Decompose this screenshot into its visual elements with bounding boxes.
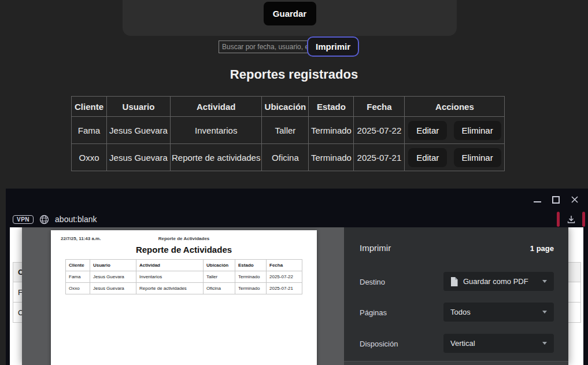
window-toolbar: VPN about:blank	[6, 211, 588, 227]
pages-label: Páginas	[360, 308, 387, 317]
cell-actividad: Reporte de actividades	[171, 144, 262, 171]
cell-usuario: Jesus Guevara	[107, 117, 171, 144]
col-header-acciones: Acciones	[405, 97, 505, 117]
print-settings-panel: Imprimir 1 page Destino Guardar como PDF…	[344, 227, 568, 365]
table-row: Oxxo Jesus Guevara Reporte de actividade…	[72, 144, 505, 171]
table-row: Oxxo Jesus Guevara Reporte de actividade…	[66, 283, 302, 294]
col-header-estado: Estado	[309, 97, 354, 117]
print-dialog: 22/7/25, 11:43 a.m. Reporte de Actividad…	[22, 227, 568, 365]
col-header-cliente: Cliente	[72, 97, 107, 117]
edit-button[interactable]: Editar	[408, 121, 447, 140]
cell-acciones: Editar Eliminar	[405, 117, 505, 144]
print-popup-window: VPN about:blank Cliente	[6, 189, 588, 365]
cell-fecha: 2025-07-21	[354, 144, 405, 171]
cell-ubicacion: Taller	[262, 117, 309, 144]
preview-doc-title: Reporte de Actividades	[51, 245, 317, 255]
pdf-document-icon	[450, 277, 458, 286]
download-icon[interactable]	[565, 213, 577, 225]
minimize-icon[interactable]	[534, 196, 541, 204]
table-row: Fama Jesus Guevara Inventarios Taller Te…	[72, 117, 505, 144]
red-indicator-bar	[582, 212, 585, 227]
chevron-down-icon	[542, 280, 547, 283]
search-input[interactable]	[219, 40, 313, 53]
red-indicator-bar	[557, 212, 560, 227]
cell-ubicacion: Oficina	[262, 144, 309, 171]
preview-table: Cliente Usuario Actividad Ubicación Esta…	[65, 259, 302, 294]
chevron-down-icon	[542, 311, 547, 314]
layout-label: Disposición	[360, 340, 398, 348]
delete-button[interactable]: Eliminar	[454, 148, 501, 167]
maximize-icon[interactable]	[552, 196, 560, 204]
print-preview-page: 22/7/25, 11:43 a.m. Reporte de Actividad…	[51, 230, 317, 365]
col-header-fecha: Fecha	[354, 97, 405, 117]
save-button[interactable]: Guardar	[264, 2, 316, 25]
close-icon[interactable]	[571, 196, 579, 204]
vpn-badge[interactable]: VPN	[13, 215, 34, 224]
chevron-down-icon	[542, 342, 547, 345]
cell-actividad: Inventarios	[171, 117, 262, 144]
print-preview-area: 22/7/25, 11:43 a.m. Reporte de Actividad…	[22, 227, 344, 365]
pages-dropdown[interactable]: Todos	[443, 303, 554, 322]
edit-button[interactable]: Editar	[408, 148, 447, 167]
cell-cliente: Oxxo	[72, 144, 107, 171]
print-button[interactable]: Imprimir	[307, 36, 359, 57]
page-count: 1 page	[530, 244, 554, 253]
table-row: Fama Jesus Guevara Inventarios Taller Te…	[66, 271, 302, 283]
cell-estado: Terminado	[309, 117, 354, 144]
destination-label: Destino	[360, 278, 385, 286]
url-text[interactable]: about:blank	[55, 215, 97, 224]
page-title: Reportes registrados	[0, 67, 588, 82]
print-dialog-footer	[344, 361, 568, 365]
globe-icon	[39, 215, 49, 224]
cell-cliente: Fama	[72, 117, 107, 144]
reports-table: Cliente Usuario Actividad Ubicación Esta…	[71, 96, 505, 171]
report-form-card: Guardar	[123, 0, 457, 36]
col-header-usuario: Usuario	[107, 97, 171, 117]
window-titlebar	[6, 189, 588, 211]
print-dialog-title: Imprimir	[360, 243, 391, 253]
destination-dropdown[interactable]: Guardar como PDF	[443, 272, 554, 291]
cell-acciones: Editar Eliminar	[405, 144, 505, 171]
col-header-actividad: Actividad	[171, 97, 262, 117]
delete-button[interactable]: Eliminar	[454, 121, 501, 140]
popup-page-content: Cliente Usuario Actividad Ubicación Esta…	[10, 227, 583, 365]
cell-usuario: Jesus Guevara	[107, 144, 171, 171]
layout-dropdown[interactable]: Vertical	[443, 334, 554, 353]
col-header-ubicacion: Ubicación	[262, 97, 309, 117]
cell-fecha: 2025-07-22	[354, 117, 405, 144]
preview-header-title: Reporte de Actividades	[51, 236, 317, 241]
cell-estado: Terminado	[309, 144, 354, 171]
table-header-row: Cliente Usuario Actividad Ubicación Esta…	[72, 97, 505, 117]
